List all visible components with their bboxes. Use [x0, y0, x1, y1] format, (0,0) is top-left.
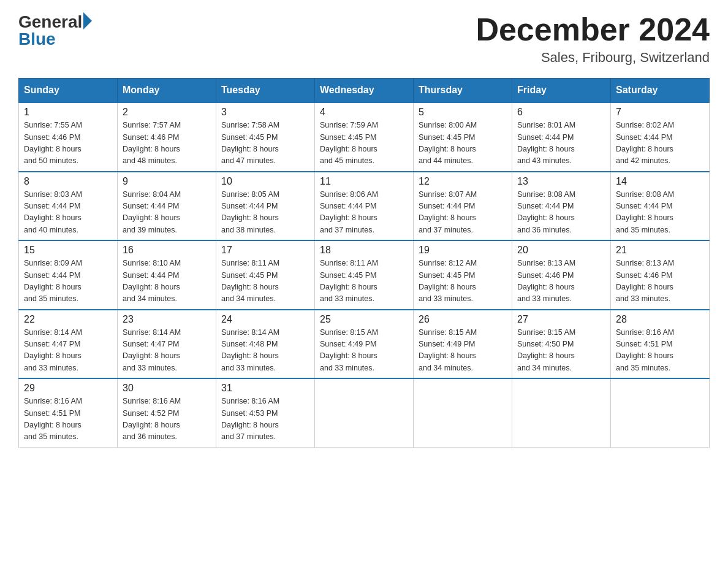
day-number: 12 — [419, 176, 507, 187]
day-info: Sunrise: 8:10 AMSunset: 4:44 PMDaylight:… — [123, 258, 211, 305]
calendar-cell: 9Sunrise: 8:04 AMSunset: 4:44 PMDaylight… — [118, 172, 216, 241]
calendar-cell: 28Sunrise: 8:16 AMSunset: 4:51 PMDayligh… — [611, 310, 710, 379]
day-number: 6 — [517, 107, 605, 118]
calendar-cell: 5Sunrise: 8:00 AMSunset: 4:45 PMDaylight… — [414, 102, 512, 172]
calendar-week-row: 8Sunrise: 8:03 AMSunset: 4:44 PMDaylight… — [19, 172, 710, 241]
day-info: Sunrise: 8:16 AMSunset: 4:51 PMDaylight:… — [24, 396, 112, 443]
day-info: Sunrise: 8:14 AMSunset: 4:47 PMDaylight:… — [123, 327, 211, 375]
calendar-cell: 11Sunrise: 8:06 AMSunset: 4:44 PMDayligh… — [315, 172, 414, 241]
day-number: 31 — [221, 383, 309, 394]
day-info: Sunrise: 7:55 AMSunset: 4:46 PMDaylight:… — [24, 120, 112, 167]
day-number: 22 — [24, 314, 112, 325]
calendar-week-row: 22Sunrise: 8:14 AMSunset: 4:47 PMDayligh… — [19, 310, 710, 379]
calendar-cell: 27Sunrise: 8:15 AMSunset: 4:50 PMDayligh… — [512, 310, 611, 379]
day-number: 30 — [123, 383, 211, 394]
calendar-cell: 18Sunrise: 8:11 AMSunset: 4:45 PMDayligh… — [315, 240, 414, 310]
day-number: 25 — [320, 314, 408, 325]
day-info: Sunrise: 8:08 AMSunset: 4:44 PMDaylight:… — [616, 189, 704, 237]
calendar-cell: 10Sunrise: 8:05 AMSunset: 4:44 PMDayligh… — [216, 172, 315, 241]
col-header-saturday: Saturday — [611, 79, 710, 103]
page-header: General Blue December 2024 Sales, Fribou… — [18, 12, 710, 66]
calendar-cell: 20Sunrise: 8:13 AMSunset: 4:46 PMDayligh… — [512, 240, 611, 310]
calendar-cell: 16Sunrise: 8:10 AMSunset: 4:44 PMDayligh… — [118, 240, 216, 310]
calendar-week-row: 29Sunrise: 8:16 AMSunset: 4:51 PMDayligh… — [19, 378, 710, 447]
col-header-friday: Friday — [512, 79, 611, 103]
day-number: 11 — [320, 176, 408, 187]
calendar-cell: 12Sunrise: 8:07 AMSunset: 4:44 PMDayligh… — [414, 172, 512, 241]
day-info: Sunrise: 8:06 AMSunset: 4:44 PMDaylight:… — [320, 189, 408, 237]
calendar-week-row: 15Sunrise: 8:09 AMSunset: 4:44 PMDayligh… — [19, 240, 710, 310]
calendar-cell: 30Sunrise: 8:16 AMSunset: 4:52 PMDayligh… — [118, 378, 216, 447]
calendar-cell: 15Sunrise: 8:09 AMSunset: 4:44 PMDayligh… — [19, 240, 118, 310]
calendar-cell — [315, 378, 414, 447]
day-number: 20 — [517, 245, 605, 256]
day-number: 4 — [320, 107, 408, 118]
col-header-monday: Monday — [118, 79, 216, 103]
day-number: 10 — [221, 176, 309, 187]
day-info: Sunrise: 8:13 AMSunset: 4:46 PMDaylight:… — [517, 258, 605, 305]
day-number: 8 — [24, 176, 112, 187]
day-info: Sunrise: 8:05 AMSunset: 4:44 PMDaylight:… — [221, 189, 309, 237]
calendar-cell: 13Sunrise: 8:08 AMSunset: 4:44 PMDayligh… — [512, 172, 611, 241]
day-number: 3 — [221, 107, 309, 118]
calendar-cell: 3Sunrise: 7:58 AMSunset: 4:45 PMDaylight… — [216, 102, 315, 172]
day-number: 18 — [320, 245, 408, 256]
calendar-cell: 14Sunrise: 8:08 AMSunset: 4:44 PMDayligh… — [611, 172, 710, 241]
day-info: Sunrise: 8:14 AMSunset: 4:48 PMDaylight:… — [221, 327, 309, 375]
day-info: Sunrise: 8:15 AMSunset: 4:50 PMDaylight:… — [517, 327, 605, 375]
calendar-cell — [414, 378, 512, 447]
day-info: Sunrise: 8:16 AMSunset: 4:51 PMDaylight:… — [616, 327, 704, 375]
title-block: December 2024 Sales, Fribourg, Switzerla… — [476, 12, 710, 66]
day-number: 13 — [517, 176, 605, 187]
day-number: 9 — [123, 176, 211, 187]
calendar-cell: 24Sunrise: 8:14 AMSunset: 4:48 PMDayligh… — [216, 310, 315, 379]
day-info: Sunrise: 8:02 AMSunset: 4:44 PMDaylight:… — [616, 120, 704, 167]
day-number: 27 — [517, 314, 605, 325]
day-info: Sunrise: 8:03 AMSunset: 4:44 PMDaylight:… — [24, 189, 112, 237]
calendar-week-row: 1Sunrise: 7:55 AMSunset: 4:46 PMDaylight… — [19, 102, 710, 172]
day-number: 17 — [221, 245, 309, 256]
col-header-wednesday: Wednesday — [315, 79, 414, 103]
logo: General Blue — [18, 12, 92, 49]
day-info: Sunrise: 8:08 AMSunset: 4:44 PMDaylight:… — [517, 189, 605, 237]
day-number: 24 — [221, 314, 309, 325]
day-number: 1 — [24, 107, 112, 118]
day-info: Sunrise: 8:15 AMSunset: 4:49 PMDaylight:… — [419, 327, 507, 375]
calendar-cell: 4Sunrise: 7:59 AMSunset: 4:45 PMDaylight… — [315, 102, 414, 172]
day-info: Sunrise: 7:57 AMSunset: 4:46 PMDaylight:… — [123, 120, 211, 167]
calendar-cell: 25Sunrise: 8:15 AMSunset: 4:49 PMDayligh… — [315, 310, 414, 379]
calendar-cell: 1Sunrise: 7:55 AMSunset: 4:46 PMDaylight… — [19, 102, 118, 172]
col-header-thursday: Thursday — [414, 79, 512, 103]
day-info: Sunrise: 8:11 AMSunset: 4:45 PMDaylight:… — [221, 258, 309, 305]
day-info: Sunrise: 8:16 AMSunset: 4:53 PMDaylight:… — [221, 396, 309, 443]
day-number: 21 — [616, 245, 704, 256]
day-number: 19 — [419, 245, 507, 256]
day-number: 28 — [616, 314, 704, 325]
day-info: Sunrise: 8:12 AMSunset: 4:45 PMDaylight:… — [419, 258, 507, 305]
day-number: 26 — [419, 314, 507, 325]
day-number: 29 — [24, 383, 112, 394]
location-subtitle: Sales, Fribourg, Switzerland — [476, 50, 710, 66]
calendar-cell — [512, 378, 611, 447]
month-title: December 2024 — [476, 12, 710, 47]
day-info: Sunrise: 8:11 AMSunset: 4:45 PMDaylight:… — [320, 258, 408, 305]
day-number: 7 — [616, 107, 704, 118]
calendar-cell: 21Sunrise: 8:13 AMSunset: 4:46 PMDayligh… — [611, 240, 710, 310]
calendar-cell — [611, 378, 710, 447]
day-info: Sunrise: 7:59 AMSunset: 4:45 PMDaylight:… — [320, 120, 408, 167]
day-info: Sunrise: 8:15 AMSunset: 4:49 PMDaylight:… — [320, 327, 408, 375]
col-header-sunday: Sunday — [19, 79, 118, 103]
logo-blue-text: Blue — [18, 29, 92, 49]
day-info: Sunrise: 8:04 AMSunset: 4:44 PMDaylight:… — [123, 189, 211, 237]
calendar-cell: 6Sunrise: 8:01 AMSunset: 4:44 PMDaylight… — [512, 102, 611, 172]
day-info: Sunrise: 7:58 AMSunset: 4:45 PMDaylight:… — [221, 120, 309, 167]
day-number: 14 — [616, 176, 704, 187]
day-number: 15 — [24, 245, 112, 256]
calendar-cell: 26Sunrise: 8:15 AMSunset: 4:49 PMDayligh… — [414, 310, 512, 379]
logo-triangle-icon — [83, 12, 92, 29]
calendar-cell: 19Sunrise: 8:12 AMSunset: 4:45 PMDayligh… — [414, 240, 512, 310]
day-info: Sunrise: 8:01 AMSunset: 4:44 PMDaylight:… — [517, 120, 605, 167]
calendar-cell: 29Sunrise: 8:16 AMSunset: 4:51 PMDayligh… — [19, 378, 118, 447]
calendar-cell: 2Sunrise: 7:57 AMSunset: 4:46 PMDaylight… — [118, 102, 216, 172]
calendar-cell: 22Sunrise: 8:14 AMSunset: 4:47 PMDayligh… — [19, 310, 118, 379]
